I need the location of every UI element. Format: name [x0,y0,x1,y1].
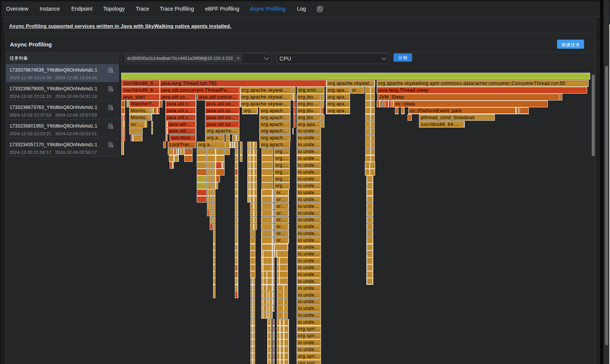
svg-text:io.unde...: io.unde... [298,279,319,284]
svg-text:io.unde...: io.unde... [298,251,319,257]
svg-text:io.unde...: io.unde... [298,292,319,298]
svg-text:io.unde...: io.unde... [298,211,319,216]
svg-text:java.util.c...: java.util.c... [167,108,193,113]
svg-text:or...: or... [352,88,361,93]
svg-text:or...: or... [276,231,285,236]
svg-text:org.jbo...: org.jbo... [298,108,318,113]
svg-text:java.util....: java.util.... [169,122,192,127]
svg-text:io.unde...: io.unde... [298,272,319,277]
svg-text:io.unde...: io.unde... [298,163,319,168]
svg-text:/usr/lib/x86_64-...: /usr/lib/x86_64-... [421,122,459,127]
svg-text:io.unde...: io.unde... [298,129,319,134]
svg-text:org.jbo...: org.jbo... [298,94,318,100]
svg-text:org....: org.... [275,176,288,182]
svg-text:Monito...: Monito... [131,115,150,120]
svg-text:org.apa...: org.apa... [328,94,349,100]
svg-text:java.util.concurrent.ThreadPo.: java.util.concurrent.ThreadPo... [161,88,231,93]
svg-text:org.apach...: org.apach... [261,122,287,127]
svg-text:org.apa...: org.apa... [328,101,349,107]
svg-text:org....: org.... [275,169,288,175]
svg-text:org.jbo...: org.jbo... [298,101,318,107]
svg-text:org.spri...: org.spri... [298,354,319,359]
svg-text:JVM_Sleep: JVM_Sleep [379,94,404,100]
svg-text:org.spri...: org.spri... [298,326,319,332]
svg-text:org....: org.... [275,183,288,188]
svg-text:java.util.co...: java.util.co... [206,122,235,127]
svg-text:org....: org.... [275,156,288,161]
svg-text:org.apa...: org.apa... [328,108,349,113]
svg-text:org....: org.... [244,108,257,113]
svg-text:os::...: os::... [131,122,143,127]
svg-text:org....: org.... [275,163,288,168]
svg-text:org.jbo...: org.jbo... [298,115,318,120]
svg-text:java.util.co...: java.util.co... [161,94,189,100]
svg-text:java.util.co...: java.util.co... [206,101,235,107]
svg-text:io.unde...: io.unde... [298,156,319,161]
svg-text:java.util.c...: java.util.c... [167,115,193,120]
svg-text:io.unde...: io.unde... [298,286,319,291]
svg-text:org.xnio....: org.xnio.... [299,88,322,93]
svg-text:java.util.c...: java.util.c... [167,101,193,107]
svg-text:java.util....: java.util.... [169,129,192,134]
svg-text:org.apache.skywal...: org.apache.skywal... [328,81,373,86]
svg-text:LockTrac...: LockTrac... [169,142,194,147]
svg-text:io.unde...: io.unde... [298,299,319,305]
svg-text:java.util.co...: java.util.co... [206,108,235,113]
svg-text:io.unde...: io.unde... [298,169,319,175]
svg-text:org.apache....: org.apache.... [207,129,237,134]
svg-text:io.unde...: io.unde... [298,306,319,311]
svg-text:io.unde...: io.unde... [298,142,319,147]
svg-text:java.util.concur...: java.util.concur... [198,94,236,100]
svg-text:org....: org.... [275,149,288,154]
svg-text:org.apache.skywalking.apm.comm: org.apache.skywalking.apm.commons.dataca… [378,81,565,86]
svg-text:java.util.co...: java.util.co... [206,115,235,120]
svg-text:sun.misc...: sun.misc... [171,136,195,141]
svg-text:os::sleep: os::sleep [395,101,415,107]
svg-text:io.unde...: io.unde... [298,197,319,202]
svg-text:java.lang.Thread.sleep: java.lang.Thread.sleep [378,88,429,93]
svg-text:org.apach...: org.apach... [261,108,287,113]
svg-text:java_start: java_start [123,94,145,100]
svg-text:or...: or... [276,190,285,195]
svg-text:or...: or... [276,224,285,229]
svg-text:or...: or... [276,217,285,223]
svg-text:io.unde...: io.unde... [298,347,319,352]
svg-text:org.a...: org.a... [207,136,222,141]
svg-text:or...: or... [276,204,285,209]
svg-text:org.spri...: org.spri... [298,361,319,364]
svg-text:org.apa...: org.apa... [298,122,319,127]
svg-text:os::PlatformEvent::park: os::PlatformEvent::park [410,108,462,113]
svg-text:io.unde...: io.unde... [298,190,319,195]
svg-text:io.unde...: io.unde... [298,149,319,154]
svg-text:io.unde...: io.unde... [298,340,319,345]
svg-text:org.apache.skywal...: org.apache.skywal... [242,101,287,107]
svg-text:or...: or... [276,211,285,216]
svg-text:io.unde...: io.unde... [298,265,319,270]
svg-text:org.spri...: org.spri... [298,333,319,338]
svg-text:io.unde...: io.unde... [298,224,319,229]
svg-text:org.apache.skywal...: org.apache.skywal... [242,94,287,100]
svg-text:org.a...: org.a... [198,142,214,147]
svg-text:io.unde...: io.unde... [298,204,319,209]
svg-text:io.unde...: io.unde... [298,313,319,318]
svg-text:org.apach...: org.apach... [261,136,287,141]
svg-text:pthread_cond_timedwait: pthread_cond_timedwait [421,115,475,120]
svg-text:io.unde...: io.unde... [298,244,319,250]
svg-text:io.unde...: io.unde... [298,319,319,325]
svg-text:WatcherT...: WatcherT... [131,101,156,107]
svg-text:/usr/lib/x86_6...: /usr/lib/x86_6... [123,88,157,93]
svg-text:or...: or... [276,197,285,202]
svg-text:org.apach...: org.apach... [261,115,287,120]
svg-text:io.unde...: io.unde... [298,231,319,236]
svg-text:Monito...: Monito... [131,108,150,113]
svg-text:io.unde...: io.unde... [298,176,319,182]
svg-text:org.apach...: org.apach... [261,142,287,147]
svg-text:io.unde...: io.unde... [298,258,319,263]
svg-text:or...: or... [276,238,285,243]
svg-text:org.apache.skywal...: org.apache.skywal... [242,88,287,93]
svg-text:io.unde...: io.unde... [298,136,319,141]
svg-text:io.unde...: io.unde... [298,238,319,243]
svg-text:/usr/lib/x86_6...: /usr/lib/x86_6... [123,81,157,86]
svg-text:java.lang.Thread.run:750: java.lang.Thread.run:750 [161,81,217,86]
svg-text:org.apa...: org.apa... [328,88,349,93]
